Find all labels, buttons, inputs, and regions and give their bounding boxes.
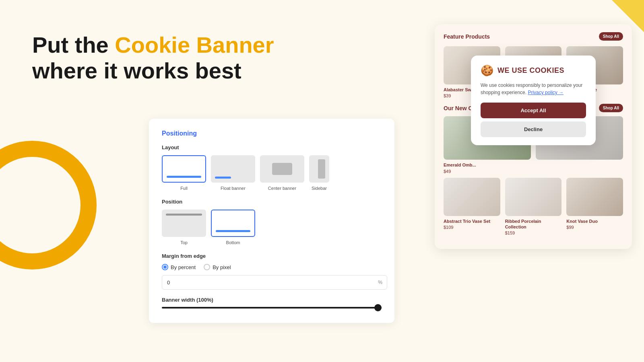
panel-title: Positioning	[162, 130, 382, 137]
cookie-body: We use cookies responsibly to personaliz…	[481, 82, 586, 96]
feature-products-title: Feature Products	[444, 33, 490, 40]
product-price-emerald: $49	[444, 169, 531, 174]
position-label: Position	[162, 199, 382, 205]
product-price-abstract: $109	[444, 225, 500, 230]
position-label-bottom: Bottom	[226, 240, 240, 245]
layout-label-sidebar: Sidebar	[312, 186, 327, 191]
layout-box-float[interactable]	[211, 155, 255, 183]
layout-box-full[interactable]	[162, 155, 206, 183]
hero-line1-normal: Put the	[32, 32, 115, 58]
layout-section: Layout Full Float banner Cen	[162, 144, 382, 191]
product-name-ribbed: Ribbed Porcelain Collection	[505, 218, 562, 230]
bottom-bar	[216, 230, 250, 232]
margin-input-wrapper: %	[162, 275, 387, 290]
width-slider-thumb[interactable]	[374, 304, 382, 311]
layout-box-sidebar[interactable]	[309, 155, 329, 183]
sidebar-inner	[318, 159, 325, 179]
layout-option-center[interactable]: Center banner	[260, 155, 304, 191]
width-slider-track[interactable]	[162, 307, 382, 309]
center-inner	[272, 163, 292, 175]
width-label: Banner width (100%)	[162, 297, 382, 303]
hero-heading: Put the Cookie Banner where it works bes…	[32, 32, 274, 84]
position-option-bottom[interactable]: Bottom	[211, 210, 255, 245]
position-box-bottom[interactable]	[211, 210, 255, 237]
product-panel-inner: Feature Products Shop All Alabaster Swir…	[444, 32, 623, 235]
new-collection-shop-all-btn[interactable]: Shop All	[599, 104, 623, 112]
product-name-emerald: Emerald Omb...	[444, 162, 531, 168]
decline-button[interactable]: Decline	[481, 121, 586, 137]
cookie-banner: 🍪 WE USE COOKIES We use cookies responsi…	[471, 56, 596, 145]
position-section: Position Top Bottom	[162, 199, 382, 245]
positioning-panel: Positioning Layout Full Float banner	[149, 119, 394, 323]
cookie-header: 🍪 WE USE COOKIES	[481, 64, 586, 77]
layout-label-full: Full	[180, 186, 188, 191]
feature-shop-all-btn[interactable]: Shop All	[599, 32, 623, 41]
layout-label-float: Float banner	[221, 186, 246, 191]
radio-percent-label: By percent	[171, 264, 196, 270]
cookie-icon: 🍪	[481, 64, 493, 77]
hero-section: Put the Cookie Banner where it works bes…	[32, 32, 274, 84]
margin-radio-group: By percent By pixel	[162, 264, 382, 270]
radio-by-pixel[interactable]: By pixel	[204, 264, 231, 270]
hero-line2: where it works best	[32, 58, 242, 83]
layout-options: Full Float banner Center banner	[162, 155, 382, 191]
decorative-arc	[0, 141, 97, 269]
layout-option-float[interactable]: Float banner	[211, 155, 255, 191]
product-price-ribbed: $159	[505, 230, 562, 235]
margin-section: Margin from edge By percent By pixel %	[162, 253, 382, 290]
layout-option-full[interactable]: Full	[162, 155, 206, 191]
product-name-knot: Knot Vase Duo	[566, 218, 623, 224]
margin-label: Margin from edge	[162, 253, 382, 259]
layout-label: Layout	[162, 144, 382, 150]
position-box-top[interactable]	[162, 210, 206, 237]
layout-box-center[interactable]	[260, 155, 304, 183]
layout-option-sidebar[interactable]: Sidebar	[309, 155, 329, 191]
cookie-title: WE USE COOKIES	[497, 66, 564, 75]
cookie-privacy-link[interactable]: Privacy policy →	[528, 90, 564, 95]
margin-unit-label: %	[378, 280, 382, 285]
hero-line1-highlight: Cookie Banner	[115, 32, 274, 58]
position-label-top: Top	[180, 240, 188, 245]
position-option-top[interactable]: Top	[162, 210, 206, 245]
radio-pixel-label: By pixel	[213, 264, 231, 270]
product-price-knot: $99	[566, 225, 623, 230]
top-bar	[166, 214, 202, 216]
accept-all-button[interactable]: Accept All	[481, 103, 586, 118]
float-bar	[215, 177, 231, 179]
radio-by-percent[interactable]: By percent	[162, 264, 196, 270]
bottom-collection-grid: Abstract Trio Vase Set $109 Ribbed Porce…	[444, 178, 623, 236]
feature-products-header: Feature Products Shop All	[444, 32, 623, 41]
product-img-knot	[566, 178, 623, 216]
position-options: Top Bottom	[162, 210, 382, 245]
radio-percent-circle[interactable]	[162, 264, 168, 270]
product-card-abstract[interactable]: Abstract Trio Vase Set $109	[444, 178, 500, 236]
margin-input-field[interactable]	[162, 275, 387, 290]
product-panel: Feature Products Shop All Alabaster Swir…	[435, 24, 632, 249]
width-section: Banner width (100%)	[162, 297, 382, 309]
product-card-ribbed[interactable]: Ribbed Porcelain Collection $159	[505, 178, 562, 236]
layout-label-center: Center banner	[268, 186, 296, 191]
full-bar	[167, 176, 201, 178]
product-img-abstract	[444, 178, 500, 216]
product-name-abstract: Abstract Trio Vase Set	[444, 218, 500, 224]
radio-pixel-circle[interactable]	[204, 264, 210, 270]
product-img-ribbed	[505, 178, 562, 216]
product-card-knot[interactable]: Knot Vase Duo $99	[566, 178, 623, 236]
